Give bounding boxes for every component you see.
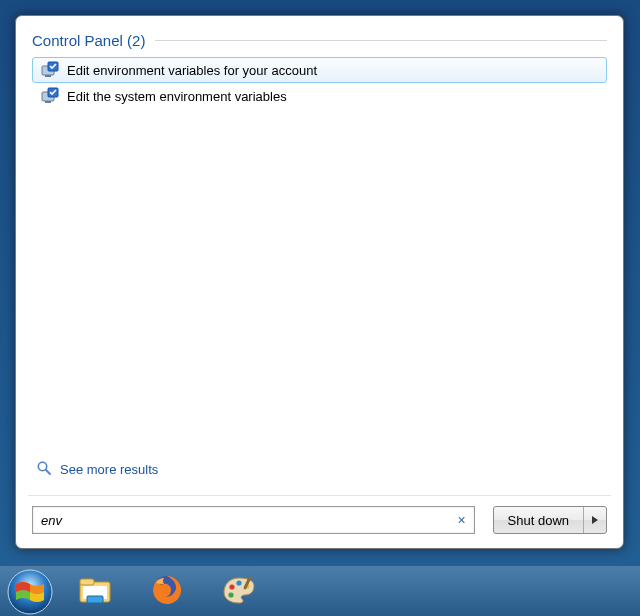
search-input[interactable] [33,513,450,528]
svg-point-15 [236,580,241,585]
result-item-edit-system-env[interactable]: Edit the system environment variables [32,83,607,109]
clear-search-icon[interactable]: × [450,512,474,528]
start-menu-panel: Control Panel (2) Edit environment varia… [15,15,624,549]
taskbar-item-paint[interactable] [208,571,270,613]
svg-point-17 [228,592,233,597]
svg-point-14 [229,584,234,589]
result-item-edit-user-env[interactable]: Edit environment variables for your acco… [32,57,607,83]
shutdown-button-group: Shut down [493,506,607,534]
start-button[interactable] [6,568,54,616]
svg-rect-12 [87,596,103,603]
file-explorer-icon [77,574,113,609]
section-title: Control Panel (2) [32,32,145,49]
svg-rect-4 [45,101,51,103]
search-box[interactable]: × [32,506,475,534]
see-more-label: See more results [60,462,158,477]
header-divider [155,40,607,41]
shutdown-button[interactable]: Shut down [494,507,584,533]
taskbar-item-explorer[interactable] [64,571,126,613]
shutdown-options-button[interactable] [584,507,606,533]
svg-rect-10 [80,579,94,585]
bottom-divider [28,495,611,496]
svg-line-7 [46,470,50,474]
result-label: Edit the system environment variables [67,89,287,104]
result-label: Edit environment variables for your acco… [67,63,317,78]
triangle-right-icon [591,513,599,528]
svg-rect-1 [45,75,51,77]
monitor-checkbox-icon [41,87,59,105]
monitor-checkbox-icon [41,61,59,79]
shutdown-label: Shut down [508,513,569,528]
results-section: Control Panel (2) Edit environment varia… [28,26,611,460]
taskbar [0,566,640,616]
results-list: Edit environment variables for your acco… [28,57,611,109]
taskbar-item-firefox[interactable] [136,571,198,613]
paint-palette-icon [221,574,257,609]
magnifier-icon [36,460,52,479]
firefox-icon [150,573,184,610]
see-more-results-link[interactable]: See more results [36,460,603,479]
bottom-bar: × Shut down [28,506,611,538]
section-header: Control Panel (2) [32,32,607,49]
